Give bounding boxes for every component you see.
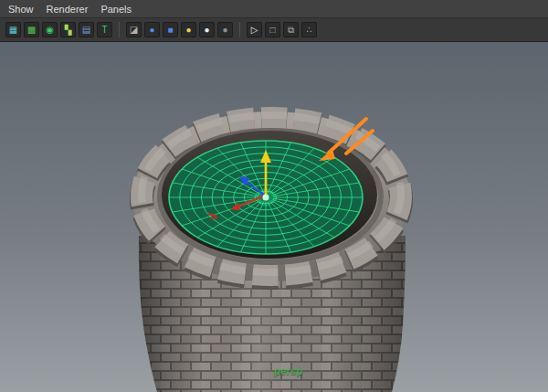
menu-renderer[interactable]: Renderer	[47, 0, 89, 18]
viewport-canvas[interactable]	[0, 42, 548, 392]
shaded-sphere-icon[interactable]: ●	[144, 22, 160, 37]
panel-menu-bar: Show Renderer Panels	[0, 0, 548, 18]
specular-sphere-icon[interactable]: ●	[199, 22, 215, 37]
heads-up-text-icon[interactable]: T	[97, 22, 112, 37]
render-region-icon[interactable]: ▩	[24, 22, 39, 37]
checker-icon[interactable]: ▚	[60, 22, 76, 37]
perspective-viewport[interactable]: persp	[0, 42, 548, 392]
maya-panel-window: Show Renderer Panels ▦ ▩ ◉ ▚ ▤ T ◪ ● ■ ●…	[0, 0, 548, 392]
panel-layout-icon[interactable]: ▦	[5, 22, 21, 37]
lights-sphere-icon[interactable]: ●	[181, 22, 196, 37]
textured-cube-icon[interactable]: ■	[163, 22, 178, 37]
menu-show[interactable]: Show	[8, 0, 34, 18]
flat-sphere-icon[interactable]: ●	[217, 22, 233, 37]
snapshot-icon[interactable]: ◉	[42, 22, 58, 37]
menu-panels[interactable]: Panels	[100, 0, 132, 18]
film-gate-icon[interactable]: ▤	[79, 22, 94, 37]
panel-toolbar: ▦ ▩ ◉ ▚ ▤ T ◪ ● ■ ● ● ● ▷ □ ⧉ ∴	[0, 18, 548, 42]
isolate-select-icon[interactable]: ▷	[247, 22, 262, 37]
manipulator-center-handle[interactable]	[263, 195, 269, 201]
toolbar-separator	[119, 22, 120, 37]
hypergraph-icon[interactable]: ∴	[301, 22, 317, 37]
xray-cube-icon[interactable]: □	[265, 22, 280, 37]
toolbar-separator	[239, 22, 240, 37]
duplicate-view-icon[interactable]: ⧉	[283, 22, 299, 37]
wireframe-cube-icon[interactable]: ◪	[126, 22, 142, 37]
camera-name-label: persp	[274, 366, 302, 376]
